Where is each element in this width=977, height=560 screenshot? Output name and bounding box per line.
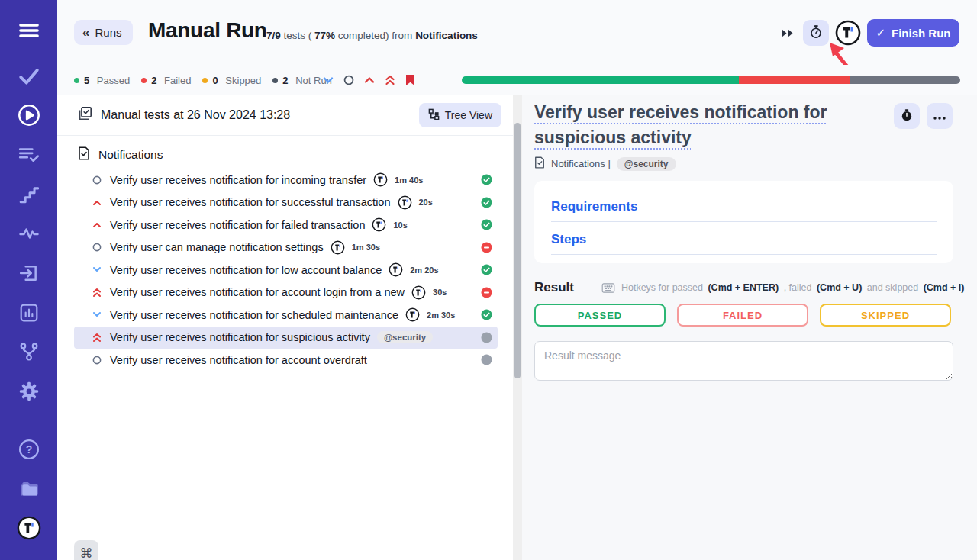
run-progress-bar — [462, 76, 960, 84]
sidebar-item-steps-icon[interactable] — [17, 182, 41, 207]
result-message-input[interactable] — [534, 341, 953, 381]
testomat-logo-icon — [372, 217, 386, 232]
back-to-runs-button[interactable]: « Runs — [74, 20, 133, 45]
test-title: Verify user can manage notification sett… — [110, 241, 324, 253]
test-duration: 2m 30s — [427, 311, 455, 320]
double-chevron-left-icon: « — [82, 25, 89, 40]
test-title: Verify user receives notification for fa… — [110, 219, 365, 231]
stopwatch-icon — [808, 24, 824, 42]
tree-view-label: Tree View — [445, 109, 492, 121]
command-hotkey-button[interactable]: ⌘ — [74, 540, 98, 560]
test-title: Verify user receives notification for ac… — [110, 286, 405, 298]
run-header: Manual tests at 26 Nov 2024 13:28 Tree V… — [57, 95, 513, 136]
stopwatch-filled-icon — [900, 108, 914, 124]
breadcrumb-suite[interactable]: Notifications | — [551, 158, 611, 169]
sidebar-item-menu-icon[interactable] — [17, 18, 41, 43]
test-duration: 1m 30s — [352, 243, 380, 252]
test-timer-button[interactable] — [894, 103, 920, 129]
count-label: Failed — [161, 75, 191, 86]
filter-double-chevron-up-icon[interactable] — [385, 75, 395, 85]
security-tag-badge[interactable]: @security — [617, 157, 676, 171]
count-label: Skipped — [223, 75, 262, 86]
sidebar-item-check-icon[interactable] — [17, 64, 41, 89]
finish-run-button[interactable]: ✓ Finish Run — [867, 19, 959, 47]
test-title: Verify user receives notification for ac… — [110, 354, 367, 366]
test-title: Verify user receives notification for in… — [110, 174, 366, 186]
sidebar-item-branch-icon[interactable] — [17, 340, 41, 364]
page-title: Manual Run — [148, 18, 267, 43]
sidebar-item-projects-icon[interactable] — [17, 477, 41, 501]
test-row[interactable]: Verify user receives notification for ac… — [74, 349, 498, 372]
filter-bookmark-icon[interactable] — [405, 74, 415, 86]
test-duration: 2m 20s — [410, 266, 438, 275]
status-failed-icon — [481, 287, 492, 298]
filter-circle-icon[interactable] — [343, 75, 354, 85]
test-detail-title: Verify user receives notification for su… — [534, 100, 895, 150]
run-title: Manual tests at 26 Nov 2024 13:28 — [101, 108, 290, 122]
status-dot — [202, 78, 208, 83]
test-duration: 1m 40s — [395, 175, 423, 185]
count-value: 0 — [212, 75, 218, 86]
test-row[interactable]: Verify user can manage notification sett… — [74, 237, 498, 259]
sidebar-item-import-icon[interactable] — [17, 261, 41, 285]
test-row[interactable]: Verify user receives notification for su… — [74, 191, 498, 214]
fast-forward-icon[interactable] — [781, 27, 794, 41]
summary-count-passed: 5 Passed — [74, 75, 130, 86]
filter-chevron-down-icon[interactable] — [323, 76, 334, 84]
status-passed-icon — [481, 197, 492, 208]
sidebar-item-list-check-icon[interactable] — [17, 143, 41, 167]
sidebar-item-settings-icon[interactable] — [17, 379, 41, 404]
test-row[interactable]: Verify user receives notification for fa… — [74, 214, 498, 237]
vertical-scrollbar[interactable] — [513, 95, 522, 560]
more-options-button[interactable] — [927, 103, 953, 129]
test-sections-card: RequirementsSteps — [534, 181, 953, 263]
status-passed-icon — [481, 174, 492, 185]
priority-none-icon — [92, 243, 102, 252]
section-link-steps[interactable]: Steps — [551, 232, 937, 255]
section-link-requirements[interactable]: Requirements — [551, 199, 937, 222]
sidebar-item-help-icon[interactable]: ? — [17, 437, 41, 462]
sidebar-item-logo-icon[interactable] — [17, 516, 41, 540]
timer-button[interactable] — [803, 20, 829, 46]
sidebar-item-reports-icon[interactable] — [17, 301, 41, 325]
priority-high-icon — [92, 199, 102, 206]
filter-icons — [323, 65, 415, 95]
content: Manual tests at 26 Nov 2024 13:28 Tree V… — [57, 95, 977, 560]
mark-failed-button[interactable]: FAILED — [677, 304, 808, 327]
test-row[interactable]: Verify user receives notification for ac… — [74, 282, 498, 304]
status-passed-icon — [481, 264, 492, 275]
app-logo-icon[interactable] — [835, 20, 861, 46]
test-row[interactable]: Verify user receives notification for lo… — [74, 259, 498, 282]
hotkey-part: (Cmd + I) — [924, 282, 965, 293]
ellipsis-icon — [933, 111, 946, 122]
status-dot — [272, 78, 278, 83]
test-duration: 30s — [433, 288, 447, 297]
sidebar: ? — [0, 0, 57, 560]
run-progress-summary-part: 77% — [314, 30, 335, 41]
test-row[interactable]: Verify user receives notification for su… — [74, 327, 498, 349]
mark-passed-button[interactable]: PASSED — [534, 304, 666, 327]
test-title: Verify user receives notification for sc… — [110, 309, 398, 321]
status-passed-icon — [481, 309, 492, 320]
testomat-logo-icon — [411, 285, 426, 300]
check-icon: ✓ — [875, 26, 885, 40]
mark-skipped-button[interactable]: SKIPPED — [820, 304, 951, 327]
tree-view-button[interactable]: Tree View — [419, 103, 501, 127]
priority-highest-icon — [92, 288, 102, 298]
status-notrun-icon — [481, 332, 492, 343]
test-row[interactable]: Verify user receives notification for sc… — [74, 304, 498, 327]
scrollbar-thumb[interactable] — [514, 123, 521, 378]
keyboard-icon — [601, 283, 615, 293]
run-progress-summary-part: tests ( — [281, 30, 314, 41]
sidebar-item-play-icon[interactable] — [17, 103, 41, 127]
clipboard-check-icon — [77, 106, 92, 124]
progress-segment-passed — [462, 76, 739, 84]
suite-folder[interactable]: Notifications — [57, 145, 513, 165]
priority-none-icon — [92, 175, 102, 185]
filter-chevron-up-icon[interactable] — [364, 76, 375, 84]
test-row[interactable]: Verify user receives notification for in… — [74, 169, 498, 191]
topbar: « Runs Manual Run 7/9 tests ( 77% comple… — [57, 0, 977, 65]
test-tag-badge: @security — [377, 331, 433, 343]
hotkey-part: (Cmd + U) — [817, 282, 862, 293]
sidebar-item-activity-icon[interactable] — [17, 221, 41, 246]
